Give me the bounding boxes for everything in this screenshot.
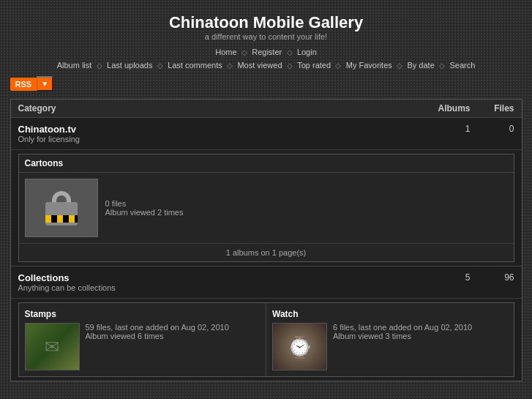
header-files: Files: [471, 103, 514, 113]
nav-last-uploads[interactable]: Last uploads: [107, 61, 152, 70]
nav-top-rated[interactable]: Top rated: [297, 61, 331, 70]
category-name-collections[interactable]: Collections: [18, 272, 412, 283]
album-views-cartoons: Album viewed 2 times: [105, 208, 184, 217]
nav-last-comments[interactable]: Last comments: [168, 61, 222, 70]
subcategory-content-cartoons: 0 files Album viewed 2 times: [19, 173, 514, 243]
category-desc-chinatoon: Only for licensing: [18, 135, 412, 143]
rss-bar: RSS ▼: [10, 76, 522, 92]
category-name-chinatoon[interactable]: Chinatoon.tv: [18, 124, 412, 135]
nav-most-viewed[interactable]: Most viewed: [237, 61, 282, 70]
nav-sep-2: ◇: [287, 48, 293, 56]
rss-button[interactable]: RSS: [10, 78, 37, 91]
page-wrapper: Chinatoon Mobile Gallery a different way…: [10, 0, 522, 389]
album-col-stamps: Stamps 59 files, last one added on Aug 0…: [19, 303, 267, 376]
stamps-views-label: Album viewed 6 times: [86, 332, 229, 340]
nav-sep-6: ◇: [287, 61, 293, 70]
nav-sep-3: ◇: [97, 61, 102, 70]
stamps-album-inner: 59 files, last one added on Aug 02, 2010…: [25, 323, 261, 370]
watch-views-label: Album viewed 3 times: [333, 332, 472, 340]
category-albums-collections: 5: [412, 272, 471, 283]
category-files-collections: 96: [471, 272, 514, 283]
nav-sep-5: ◇: [227, 61, 233, 70]
nav-login[interactable]: Login: [297, 48, 317, 56]
main-table: Category Albums Files Chinatoon.tv Only …: [10, 99, 522, 381]
category-info-chinatoon: Chinatoon.tv Only for licensing: [18, 124, 412, 143]
watch-album-header[interactable]: Watch: [272, 309, 508, 319]
site-subtitle: a different way to content your life!: [10, 32, 522, 41]
header-albums: Albums: [412, 103, 471, 113]
watch-files-label: 6 files, last one added on Aug 02, 2010: [333, 323, 472, 332]
nav-register[interactable]: Register: [252, 48, 282, 56]
stamps-files-label: 59 files, last one added on Aug 02, 2010: [86, 323, 229, 332]
nav-album-list[interactable]: Album list: [57, 61, 92, 70]
category-albums-chinatoon: 1: [412, 124, 471, 134]
header-category: Category: [18, 103, 412, 113]
nav-my-favorites[interactable]: My Favorites: [346, 61, 392, 70]
table-header-row: Category Albums Files: [11, 100, 522, 118]
category-row-chinatoon: Chinatoon.tv Only for licensing 1 0: [11, 118, 522, 150]
nav-sep-1: ◇: [241, 48, 247, 56]
nav-secondary: Album list ◇ Last uploads ◇ Last comment…: [10, 60, 522, 70]
watch-album-inner: 6 files, last one added on Aug 02, 2010 …: [272, 323, 508, 370]
watch-image: [273, 324, 326, 370]
nav-sep-8: ◇: [397, 61, 402, 70]
stamps-image: [26, 324, 79, 370]
watch-thumb[interactable]: [272, 323, 327, 370]
category-files-chinatoon: 0: [471, 124, 514, 134]
subcategory-box-cartoons: Cartoons 0 files Album viewed 2 times 1 …: [18, 154, 514, 262]
stamps-watch-content: Stamps 59 files, last one added on Aug 0…: [19, 303, 514, 376]
category-desc-collections: Anything can be collections: [18, 283, 412, 292]
stamps-album-header[interactable]: Stamps: [25, 309, 261, 319]
lock-body-icon: [45, 202, 78, 225]
watch-album-info: 6 files, last one added on Aug 02, 2010 …: [333, 323, 472, 370]
nav-home[interactable]: Home: [215, 48, 236, 56]
rss-dropdown-button[interactable]: ▼: [37, 76, 53, 92]
album-thumb-cartoons[interactable]: [25, 179, 98, 237]
nav-sep-9: ◇: [439, 61, 445, 70]
album-info-cartoons: 0 files Album viewed 2 times: [105, 199, 184, 217]
album-col-watch: Watch 6 files, last one added on Aug 02,…: [266, 303, 514, 376]
category-info-collections: Collections Anything can be collections: [18, 272, 412, 292]
nav-sep-4: ◇: [157, 61, 163, 70]
subcategory-box-stamps-watch: Stamps 59 files, last one added on Aug 0…: [18, 302, 514, 377]
category-row-collections: Collections Anything can be collections …: [11, 266, 522, 299]
stamps-thumb[interactable]: [25, 323, 80, 370]
pages-info-cartoons: 1 albums on 1 page(s): [19, 243, 514, 261]
nav-top: Home ◇ Register ◇ Login: [10, 47, 522, 57]
nav-search[interactable]: Search: [449, 61, 475, 70]
stamps-album-info: 59 files, last one added on Aug 02, 2010…: [86, 323, 229, 370]
nav-sep-7: ◇: [335, 61, 341, 70]
lock-shackle-icon: [52, 191, 71, 203]
subcategory-header-cartoons[interactable]: Cartoons: [19, 154, 514, 173]
album-files-cartoons: 0 files: [105, 199, 184, 208]
nav-by-date[interactable]: By date: [407, 61, 434, 70]
site-title: Chinatoon Mobile Gallery: [10, 13, 522, 32]
